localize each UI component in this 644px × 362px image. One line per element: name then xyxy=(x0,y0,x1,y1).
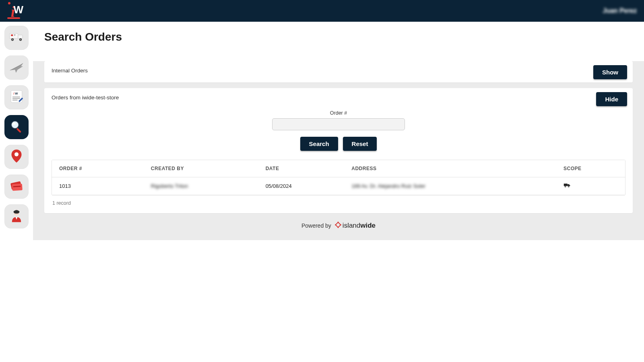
col-date[interactable]: DATE xyxy=(258,160,345,177)
footer: Powered by islandwide xyxy=(33,213,644,230)
order-number-label: Order # xyxy=(52,110,625,116)
search-button[interactable]: Search xyxy=(300,137,338,151)
record-count: 1 record xyxy=(52,200,625,206)
panel-title-internal: Internal Orders xyxy=(52,68,625,74)
svg-point-16 xyxy=(14,152,19,156)
sidebar-item-profile[interactable] xyxy=(4,204,29,228)
svg-point-28 xyxy=(338,227,339,228)
sidebar-item-order-form[interactable]: i W xyxy=(4,85,29,109)
panel-title-store: Orders from iwide-test-store xyxy=(52,95,625,101)
svg-rect-2 xyxy=(11,35,13,36)
show-internal-button[interactable]: Show xyxy=(593,65,627,79)
svg-point-14 xyxy=(12,123,16,125)
brand-logo[interactable]: i W xyxy=(4,2,22,20)
order-form-icon: i W xyxy=(8,88,25,106)
svg-point-25 xyxy=(568,186,569,187)
user-name[interactable]: Juan Perez xyxy=(603,7,637,14)
svg-rect-0 xyxy=(9,33,18,39)
powered-by-label: Powered by xyxy=(301,222,331,229)
person-icon xyxy=(8,208,25,225)
order-number-input[interactable] xyxy=(272,118,405,130)
map-pin-icon xyxy=(8,148,25,166)
page-header: Search Orders xyxy=(33,22,644,56)
hide-store-button[interactable]: Hide xyxy=(596,92,627,106)
col-order[interactable]: ORDER # xyxy=(52,160,144,177)
col-address[interactable]: ADDRESS xyxy=(344,160,556,177)
svg-point-27 xyxy=(338,222,339,222)
reset-button[interactable]: Reset xyxy=(343,137,377,151)
top-bar: i W Juan Perez xyxy=(0,0,644,22)
sidebar-item-search[interactable] xyxy=(4,115,29,139)
svg-point-23 xyxy=(565,186,566,187)
sidebar-item-location[interactable] xyxy=(4,145,29,169)
panel-store-orders: Orders from iwide-test-store Hide Order … xyxy=(44,88,633,213)
cell-order: 1013 xyxy=(52,177,144,195)
svg-point-29 xyxy=(335,224,336,225)
page-title: Search Orders xyxy=(44,31,633,43)
diamond-icon xyxy=(334,221,342,230)
credit-cards-icon xyxy=(8,178,25,195)
plane-icon xyxy=(8,59,25,76)
col-scope[interactable]: SCOPE xyxy=(556,160,625,177)
results-table: ORDER # CREATED BY DATE ADDRESS SCOPE 10… xyxy=(52,160,625,195)
sidebar-item-plane[interactable] xyxy=(4,56,29,80)
brand-text: islandwide xyxy=(343,222,376,230)
panel-internal-orders: Internal Orders Show xyxy=(44,61,633,82)
truck-icon xyxy=(8,29,25,47)
main-content: Search Orders Internal Orders Show Order… xyxy=(33,22,644,362)
col-created-by[interactable]: CREATED BY xyxy=(144,160,258,177)
svg-point-30 xyxy=(340,224,341,225)
svg-rect-21 xyxy=(564,184,568,186)
svg-point-13 xyxy=(11,121,19,129)
cell-created-by: Rigoberto Triton xyxy=(144,177,258,195)
svg-text:W: W xyxy=(15,92,18,95)
sidebar: i W xyxy=(0,22,33,362)
cell-date: 05/08/2024 xyxy=(258,177,345,195)
sidebar-item-billing[interactable] xyxy=(4,175,29,199)
table-row[interactable]: 1013 Rigoberto Triton 05/08/2024 189 Av.… xyxy=(52,177,625,195)
svg-rect-1 xyxy=(18,35,22,39)
brand-mark: islandwide xyxy=(334,221,376,230)
svg-rect-26 xyxy=(335,222,341,228)
cell-scope xyxy=(556,177,625,195)
sidebar-item-truck[interactable] xyxy=(4,26,29,50)
svg-point-6 xyxy=(20,39,21,40)
svg-rect-15 xyxy=(16,128,21,133)
table-header-row: ORDER # CREATED BY DATE ADDRESS SCOPE xyxy=(52,160,625,177)
svg-point-4 xyxy=(12,39,13,40)
search-icon xyxy=(8,118,25,136)
truck-icon xyxy=(564,183,571,189)
cell-address: 189 Av. Dr. Alejandro Ruiz Soler xyxy=(344,177,556,195)
